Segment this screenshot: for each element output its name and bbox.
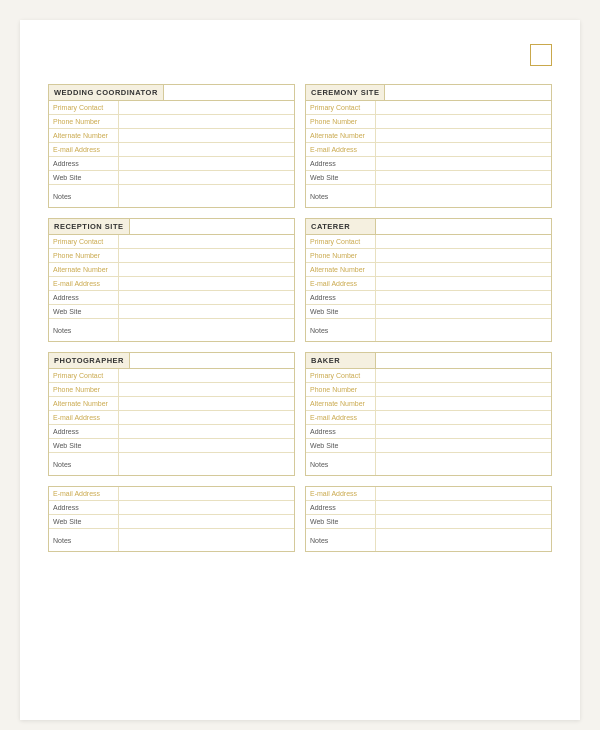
field-label: Address [306, 501, 376, 514]
field-value[interactable] [119, 291, 294, 304]
field-value[interactable] [119, 411, 294, 424]
field-value[interactable] [119, 305, 294, 318]
field-label: Notes [306, 319, 376, 341]
section-caterer: CATERERPrimary ContactPhone NumberAltern… [305, 218, 552, 342]
field-value[interactable] [376, 143, 551, 156]
field-row-alternate-number: Alternate Number [49, 397, 294, 411]
field-value[interactable] [376, 249, 551, 262]
field-label: Notes [49, 185, 119, 207]
field-row-web-site: Web Site [49, 439, 294, 453]
field-value[interactable] [376, 425, 551, 438]
field-label: E-mail Address [306, 143, 376, 156]
field-row-e-mail-address: E-mail Address [49, 277, 294, 291]
field-value[interactable] [119, 319, 294, 341]
field-value[interactable] [376, 291, 551, 304]
field-value[interactable] [376, 453, 551, 475]
field-row-web-site: Web Site [306, 171, 551, 185]
field-value[interactable] [376, 397, 551, 410]
field-value[interactable] [119, 129, 294, 142]
field-value[interactable] [119, 397, 294, 410]
field-row-address: Address [306, 291, 551, 305]
field-value[interactable] [119, 529, 294, 551]
field-row-web-site: Web Site [306, 439, 551, 453]
field-value[interactable] [119, 383, 294, 396]
field-value[interactable] [376, 501, 551, 514]
field-label: Address [49, 291, 119, 304]
field-value[interactable] [119, 369, 294, 382]
section-ceremony-site: CEREMONY SITEPrimary ContactPhone Number… [305, 84, 552, 208]
field-label: Alternate Number [306, 263, 376, 276]
field-value[interactable] [119, 115, 294, 128]
field-value[interactable] [376, 319, 551, 341]
field-value[interactable] [376, 115, 551, 128]
field-label: Alternate Number [49, 129, 119, 142]
field-row-web-site: Web Site [306, 305, 551, 319]
field-value[interactable] [376, 515, 551, 528]
field-row-primary-contact: Primary Contact [306, 235, 551, 249]
field-value[interactable] [376, 383, 551, 396]
field-row-address: Address [49, 157, 294, 171]
field-label: E-mail Address [49, 487, 119, 500]
field-value[interactable] [119, 249, 294, 262]
section-extra-right: E-mail AddressAddressWeb SiteNotes [305, 486, 552, 552]
field-label: Address [306, 291, 376, 304]
field-value[interactable] [119, 101, 294, 114]
field-value[interactable] [376, 305, 551, 318]
field-value[interactable] [376, 101, 551, 114]
field-row-address: Address [306, 157, 551, 171]
field-row-e-mail-address: E-mail Address [49, 143, 294, 157]
field-value[interactable] [119, 263, 294, 276]
section-baker: BAKERPrimary ContactPhone NumberAlternat… [305, 352, 552, 476]
field-value[interactable] [119, 487, 294, 500]
field-label: Phone Number [49, 115, 119, 128]
field-row-address: Address [49, 291, 294, 305]
logo [530, 44, 552, 66]
field-value[interactable] [376, 235, 551, 248]
field-value[interactable] [119, 515, 294, 528]
content-columns: WEDDING COORDINATORPrimary ContactPhone … [48, 84, 552, 562]
field-value[interactable] [119, 453, 294, 475]
field-row-notes: Notes [306, 185, 551, 207]
field-value[interactable] [376, 411, 551, 424]
field-label: Primary Contact [306, 101, 376, 114]
field-value[interactable] [119, 185, 294, 207]
field-label: Primary Contact [49, 369, 119, 382]
field-label: Notes [49, 529, 119, 551]
field-row-primary-contact: Primary Contact [306, 101, 551, 115]
section-wedding-coordinator: WEDDING COORDINATORPrimary ContactPhone … [48, 84, 295, 208]
field-label: Primary Contact [49, 235, 119, 248]
section-photographer: PHOTOGRAPHERPrimary ContactPhone NumberA… [48, 352, 295, 476]
field-value[interactable] [376, 157, 551, 170]
field-value[interactable] [119, 171, 294, 184]
field-value[interactable] [119, 143, 294, 156]
field-label: Primary Contact [306, 235, 376, 248]
field-row-phone-number: Phone Number [306, 115, 551, 129]
field-value[interactable] [376, 185, 551, 207]
field-label: Alternate Number [49, 263, 119, 276]
field-value[interactable] [376, 263, 551, 276]
field-row-phone-number: Phone Number [306, 383, 551, 397]
field-value[interactable] [376, 277, 551, 290]
field-label: E-mail Address [306, 411, 376, 424]
field-value[interactable] [376, 487, 551, 500]
field-label: Primary Contact [306, 369, 376, 382]
field-value[interactable] [119, 277, 294, 290]
field-value[interactable] [119, 425, 294, 438]
field-value[interactable] [119, 235, 294, 248]
field-label: Notes [306, 185, 376, 207]
field-value[interactable] [376, 369, 551, 382]
field-value[interactable] [376, 129, 551, 142]
field-label: Alternate Number [306, 129, 376, 142]
field-label: E-mail Address [49, 143, 119, 156]
field-row-alternate-number: Alternate Number [49, 129, 294, 143]
field-label: Web Site [49, 305, 119, 318]
field-value[interactable] [376, 171, 551, 184]
field-label: Address [49, 501, 119, 514]
field-label: Address [49, 425, 119, 438]
field-value[interactable] [119, 157, 294, 170]
field-value[interactable] [376, 529, 551, 551]
field-value[interactable] [119, 439, 294, 452]
field-value[interactable] [119, 501, 294, 514]
field-value[interactable] [376, 439, 551, 452]
field-row-phone-number: Phone Number [49, 115, 294, 129]
